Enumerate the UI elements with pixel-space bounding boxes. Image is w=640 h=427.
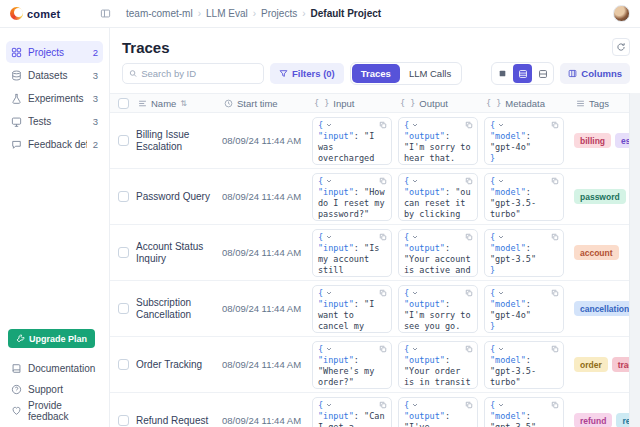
density-relaxed-button[interactable] (533, 64, 552, 83)
metadata-json-cell[interactable]: {"model": "gpt-3.5"} (484, 229, 564, 277)
column-header-name[interactable]: Name (151, 98, 176, 109)
trace-row[interactable]: Account Status Inquiry08/09/24 11:44 AM{… (110, 225, 629, 281)
sidebar-item-experiments[interactable]: Experiments3 (6, 87, 103, 109)
sidebar-item-feedback-definitions[interactable]: Feedback definitions2 (6, 133, 103, 155)
chevron-down-icon[interactable] (325, 233, 333, 241)
row-checkbox[interactable] (118, 135, 129, 146)
copy-icon[interactable] (465, 177, 473, 185)
open-brace: { (490, 120, 495, 131)
input-json-cell[interactable]: {"input": "Can I get a refund for my las… (312, 397, 392, 427)
sidebar-item-datasets[interactable]: Datasets3 (6, 64, 103, 86)
copy-icon[interactable] (465, 233, 473, 241)
chevron-down-icon[interactable] (497, 345, 505, 353)
input-json-cell[interactable]: {"input": "How do I reset my password?"} (312, 173, 392, 221)
input-json-cell[interactable]: {"input": "I was overcharged on my last … (312, 117, 392, 165)
sidebar-footer-documentation[interactable]: Documentation (0, 358, 109, 379)
row-checkbox[interactable] (118, 191, 129, 202)
chevron-down-icon[interactable] (497, 177, 505, 185)
copy-icon[interactable] (551, 121, 559, 129)
sort-icon[interactable]: ⇅ (180, 99, 187, 108)
chevron-down-icon[interactable] (497, 401, 505, 409)
upgrade-plan-button[interactable]: Upgrade Plan (8, 329, 95, 348)
metadata-json-cell[interactable]: {"model": "gpt-4o"} (484, 285, 564, 333)
density-compact-button[interactable] (493, 64, 512, 83)
chevron-down-icon[interactable] (325, 121, 333, 129)
filters-button[interactable]: Filters (0) (270, 63, 344, 84)
breadcrumb-item[interactable]: Projects (261, 8, 297, 19)
sidebar-collapse-icon[interactable] (98, 7, 112, 21)
output-json-cell[interactable]: {"output": "Your account is active and i… (398, 229, 478, 277)
trace-row[interactable]: Password Query08/09/24 11:44 AM{"input":… (110, 169, 629, 225)
sidebar-footer-support[interactable]: Support (0, 379, 109, 400)
copy-icon[interactable] (379, 233, 387, 241)
copy-icon[interactable] (379, 121, 387, 129)
column-header-tags[interactable]: Tags (589, 98, 609, 109)
user-avatar[interactable] (613, 5, 630, 22)
chevron-down-icon[interactable] (325, 289, 333, 297)
breadcrumb-item[interactable]: LLM Eval (206, 8, 248, 19)
metadata-json-cell[interactable]: {"model": "gpt-3.5"} (484, 397, 564, 427)
copy-icon[interactable] (465, 289, 473, 297)
trace-row[interactable]: Billing Issue Escalation08/09/24 11:44 A… (110, 113, 629, 169)
row-checkbox[interactable] (118, 247, 129, 258)
copy-icon[interactable] (379, 177, 387, 185)
column-header-start-time[interactable]: Start time (237, 98, 278, 109)
output-json-cell[interactable]: {"output": "I'm sorry to hear that. Let … (398, 117, 478, 165)
sidebar-item-projects[interactable]: Projects2 (6, 41, 103, 63)
column-header-output[interactable]: Output (419, 98, 448, 109)
copy-icon[interactable] (465, 121, 473, 129)
chevron-down-icon[interactable] (411, 345, 419, 353)
metadata-json-cell[interactable]: {"model": "gpt-3.5-turbo"} (484, 341, 564, 389)
copy-icon[interactable] (551, 289, 559, 297)
input-json-cell[interactable]: {"input": "I want to cancel my subscript… (312, 285, 392, 333)
row-checkbox[interactable] (118, 359, 129, 370)
refresh-button[interactable] (612, 38, 630, 56)
output-json-cell[interactable]: {"output": "I'm sorry to see you go. I'v… (398, 285, 478, 333)
chevron-down-icon[interactable] (411, 121, 419, 129)
output-json-cell[interactable]: {"output": "ou can reset it by clicking … (398, 173, 478, 221)
sidebar-item-tests[interactable]: Tests3 (6, 110, 103, 132)
chevron-down-icon[interactable] (325, 401, 333, 409)
breadcrumb-item[interactable]: Default Project (311, 8, 382, 19)
chevron-down-icon[interactable] (325, 345, 333, 353)
chevron-down-icon[interactable] (411, 289, 419, 297)
copy-icon[interactable] (465, 401, 473, 409)
output-json-cell[interactable]: {"output": "I've submitted your refund r… (398, 397, 478, 427)
chevron-down-icon[interactable] (497, 289, 505, 297)
chevron-down-icon[interactable] (411, 177, 419, 185)
trace-row[interactable]: Order Tracking08/09/24 11:44 AM{"input":… (110, 337, 629, 393)
copy-icon[interactable] (379, 289, 387, 297)
copy-icon[interactable] (465, 345, 473, 353)
input-json-cell[interactable]: {"input": "Is my account still active?"} (312, 229, 392, 277)
trace-row[interactable]: Subscription Cancellation08/09/24 11:44 … (110, 281, 629, 337)
column-header-input[interactable]: Input (333, 98, 354, 109)
column-header-metadata[interactable]: Metadata (505, 98, 545, 109)
chevron-down-icon[interactable] (325, 177, 333, 185)
comet-logo[interactable]: comet (10, 7, 60, 20)
tab-traces[interactable]: Traces (352, 64, 400, 83)
breadcrumb-item[interactable]: team-comet-ml (126, 8, 193, 19)
row-checkbox[interactable] (118, 415, 129, 426)
copy-icon[interactable] (379, 345, 387, 353)
trace-row[interactable]: Refund Request08/09/24 11:44 AM{"input":… (110, 393, 629, 427)
copy-icon[interactable] (551, 401, 559, 409)
copy-icon[interactable] (379, 401, 387, 409)
chevron-down-icon[interactable] (497, 121, 505, 129)
select-all-checkbox[interactable] (118, 98, 129, 109)
density-medium-button[interactable] (513, 64, 532, 83)
copy-icon[interactable] (551, 345, 559, 353)
columns-button[interactable]: Columns (560, 63, 630, 84)
copy-icon[interactable] (551, 233, 559, 241)
metadata-json-cell[interactable]: {"model": "gpt-3.5-turbo"} (484, 173, 564, 221)
input-json-cell[interactable]: {"input": "Where's my order?"} (312, 341, 392, 389)
sidebar-footer-provide-feedback[interactable]: Provide feedback (0, 400, 109, 421)
chevron-down-icon[interactable] (497, 233, 505, 241)
output-json-cell[interactable]: {"output": "Your order is in transit and… (398, 341, 478, 389)
row-checkbox[interactable] (118, 303, 129, 314)
chevron-down-icon[interactable] (411, 233, 419, 241)
metadata-json-cell[interactable]: {"model": "gpt-4o"} (484, 117, 564, 165)
chevron-down-icon[interactable] (411, 401, 419, 409)
search-input[interactable] (141, 68, 257, 79)
copy-icon[interactable] (551, 177, 559, 185)
tab-llm-calls[interactable]: LLM Calls (400, 64, 460, 83)
